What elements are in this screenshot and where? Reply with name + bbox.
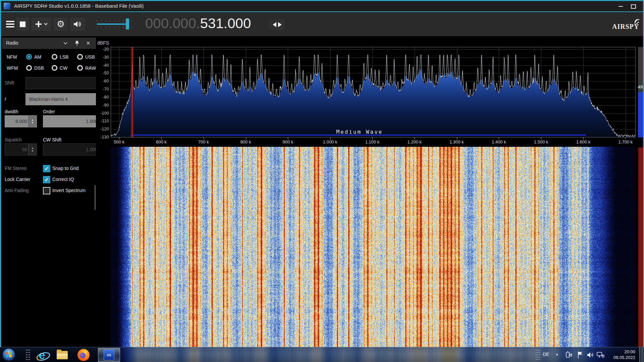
taskbar-clock[interactable]: 20:00 09.05.2022 xyxy=(607,349,635,360)
taskbar: e ∞ DE ▲ 20:00 09.05.2022 xyxy=(0,347,644,362)
checkbox-snap-to-grid[interactable]: ✓ xyxy=(43,165,50,172)
frequency-display[interactable]: 000.000.531.000 xyxy=(145,15,251,32)
waterfall-contrast-slider[interactable] xyxy=(638,147,643,347)
pin-panel-button[interactable] xyxy=(73,40,80,47)
shift-label: Shift xyxy=(5,80,14,86)
internet-explorer-icon[interactable]: e xyxy=(36,349,48,361)
show-desktop-button[interactable] xyxy=(639,347,644,362)
radio-waves-icon xyxy=(634,17,643,25)
menu-button[interactable] xyxy=(5,17,15,31)
frequency-tick-label: 500 k xyxy=(105,139,133,144)
mode-label-lsb: LSB xyxy=(60,54,68,60)
bandwidth-value: 8.000 xyxy=(15,116,27,127)
mode-radio-dsb[interactable] xyxy=(26,65,32,71)
language-indicator[interactable]: DE xyxy=(543,352,549,357)
mode-radio-cw[interactable] xyxy=(52,65,57,71)
window-border-left xyxy=(0,1,1,347)
order-label: Order xyxy=(43,109,55,115)
bandwidth-label: dwidth xyxy=(5,109,18,115)
app-icon xyxy=(4,3,10,9)
collapse-panel-button[interactable] xyxy=(62,40,69,47)
frequency-tick-label: 800 k xyxy=(232,139,260,144)
bandwidth-spinner[interactable]: ▴▾ xyxy=(28,116,37,127)
filter-dropdown[interactable]: Blackman-Harris 4 xyxy=(25,93,96,105)
squelch-spinner[interactable]: ▴▾ xyxy=(28,144,37,155)
frequency-value[interactable]: 531.000 xyxy=(200,15,251,31)
checkbox-label-correct-iq: Correct IQ xyxy=(52,176,74,183)
sdrsharp-taskbar-button[interactable]: ∞ xyxy=(98,348,120,362)
gear-icon: ⚙ xyxy=(57,19,65,29)
volume-tray-icon[interactable] xyxy=(586,351,595,359)
close-panel-button[interactable]: ✕ xyxy=(85,40,92,47)
frequency-tick-label: 700 k xyxy=(190,139,218,144)
step-right-icon[interactable] xyxy=(278,22,282,27)
sdrsharp-app-icon: ∞ xyxy=(104,350,114,360)
order-input[interactable]: 1.000 xyxy=(43,115,96,127)
frequency-step-buttons[interactable] xyxy=(269,19,285,30)
filter-label: r xyxy=(5,96,6,102)
title-bar[interactable]: AIRSPY SDR# Studio v1.0.0.1858 - Baseban… xyxy=(0,1,644,12)
order-value: 1.000 xyxy=(86,116,96,127)
spectrum-display[interactable] xyxy=(111,47,636,137)
shift-input[interactable]: 0 xyxy=(25,77,96,89)
squelch-value: 50 xyxy=(22,144,27,155)
option-label-lock-carrier: Lock Carrier xyxy=(5,176,30,183)
airspy-logo: AIRSPY xyxy=(612,19,643,32)
bandwidth-input[interactable]: 8.000 ▴▾ xyxy=(5,115,37,127)
mode-label-dsb: DSB xyxy=(34,65,44,71)
panel-scrollbar[interactable] xyxy=(95,185,96,210)
volume-slider[interactable] xyxy=(96,17,138,31)
add-panel-button[interactable] xyxy=(32,17,51,31)
volume-tick xyxy=(101,20,102,22)
taskbar-separator-dots[interactable] xyxy=(25,349,30,361)
filter-value: Blackman-Harris 4 xyxy=(29,97,68,102)
mode-label-usb: USB xyxy=(85,54,95,60)
waterfall-display[interactable] xyxy=(111,147,636,362)
volume-track[interactable] xyxy=(97,23,128,25)
volume-tick xyxy=(97,26,97,28)
cw-shift-input[interactable]: 1.000 xyxy=(43,143,96,156)
checkbox-invert-spectrum[interactable] xyxy=(43,187,50,194)
settings-button[interactable]: ⚙ xyxy=(54,17,68,31)
tray-chevron-up-icon[interactable]: ▲ xyxy=(555,352,559,356)
radio-panel-header[interactable]: Radio ✕ xyxy=(2,38,96,49)
db-axis-unit-label: dBFS xyxy=(97,40,109,46)
network-tray-icon[interactable] xyxy=(596,351,605,359)
radio-panel: Radio ✕ NFMAMLSBUSBWFMDSBCWRAW Shift 0 r… xyxy=(2,38,96,231)
frequency-tick-label: 1.100 k xyxy=(358,139,386,144)
frequency-leading-zeros[interactable]: 000.000. xyxy=(145,15,200,31)
step-left-icon[interactable] xyxy=(273,22,276,27)
clock-time: 20:00 xyxy=(607,349,635,355)
volume-tick xyxy=(101,26,102,28)
maximize-button[interactable] xyxy=(629,2,638,10)
volume-tick xyxy=(132,26,132,28)
mode-radio-usb[interactable] xyxy=(77,54,83,60)
mode-radio-lsb[interactable] xyxy=(52,54,57,60)
window-title: AIRSPY SDR# Studio v1.0.0.1858 - Baseban… xyxy=(14,3,144,9)
minimize-button[interactable] xyxy=(616,2,625,10)
frequency-tick-label: 1.300 k xyxy=(443,139,471,144)
file-explorer-icon[interactable] xyxy=(56,349,68,361)
mode-radio-raw[interactable] xyxy=(77,65,83,71)
checkbox-correct-iq[interactable]: ✓ xyxy=(43,176,50,183)
close-icon: ✕ xyxy=(86,40,91,46)
action-center-flag-icon[interactable] xyxy=(576,351,585,359)
stop-button[interactable] xyxy=(16,17,29,31)
volume-tick xyxy=(119,20,119,22)
pin-icon xyxy=(74,41,79,46)
clock-date: 09.05.2022 xyxy=(607,355,635,360)
firefox-icon[interactable] xyxy=(77,349,90,361)
start-button[interactable] xyxy=(2,348,15,361)
volume-handle[interactable] xyxy=(126,18,129,29)
mode-radio-am[interactable] xyxy=(26,54,32,60)
frequency-tick-label: 1.700 k xyxy=(611,139,640,144)
squelch-label: Squelch xyxy=(5,137,22,143)
mode-label-nfm: NFM xyxy=(7,54,17,60)
volume-tick xyxy=(123,26,123,28)
volume-tick xyxy=(97,20,97,22)
audio-button[interactable] xyxy=(70,17,85,31)
squelch-input[interactable]: 50 ▴▾ xyxy=(5,143,37,156)
tray-separator-dots[interactable] xyxy=(535,349,540,361)
spectrum-zoom-slider[interactable]: 49 xyxy=(638,47,643,137)
power-tray-icon[interactable] xyxy=(565,351,574,359)
